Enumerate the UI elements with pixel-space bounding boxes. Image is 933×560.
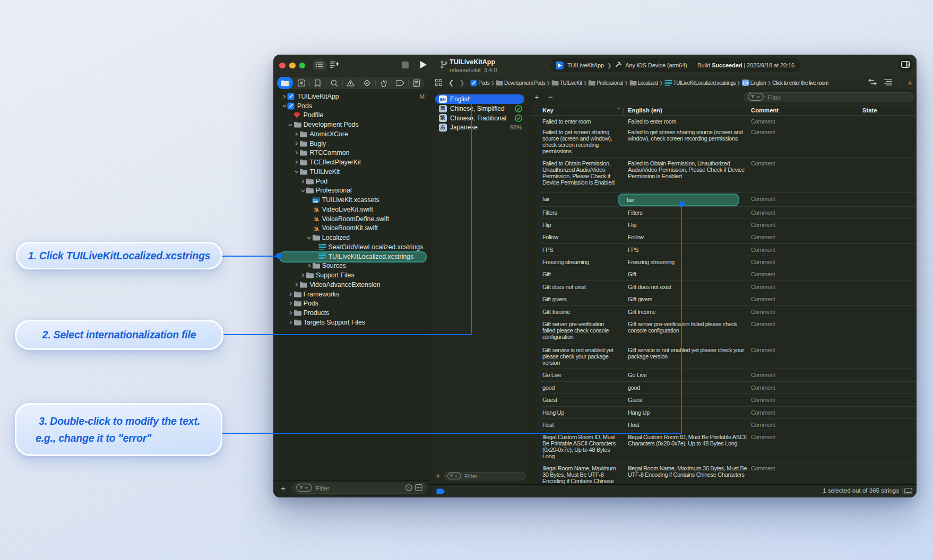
tree-item-localized[interactable]: Localized [273, 233, 430, 242]
tree-item-tuilivekit[interactable]: TUILiveKit [273, 167, 430, 177]
debug-tab[interactable] [375, 77, 392, 89]
destination-label[interactable]: Any iOS Device (arm64) [625, 62, 687, 68]
key-cell[interactable]: Gift Income [542, 309, 617, 315]
comment-cell[interactable]: Comment [751, 284, 775, 290]
key-cell[interactable]: Failed to enter room [542, 118, 617, 125]
value-cell[interactable]: Filters [628, 209, 747, 216]
source-control-tab[interactable] [293, 77, 309, 89]
tree-item-support-files[interactable]: Support Files [273, 270, 430, 280]
comment-cell[interactable]: Comment [751, 259, 775, 265]
tests-tab[interactable] [359, 77, 375, 89]
comment-cell[interactable]: Comment [751, 222, 775, 228]
alignment-lines-icon[interactable] [884, 79, 892, 87]
tree-item-professional[interactable]: Professional [273, 186, 430, 196]
comment-cell[interactable]: Comment [751, 409, 775, 416]
value-cell[interactable]: Freezing streaming [628, 259, 747, 265]
string-row-15[interactable]: Gift service is not enabled yet please c… [530, 344, 917, 370]
inspector-toggle-button[interactable] [898, 58, 913, 73]
key-cell[interactable]: Failed to Obtain Permission, Unauthorize… [542, 160, 617, 186]
tree-item-targets-support-files[interactable]: Targets Support Files [273, 318, 430, 327]
string-row-10[interactable]: GiftGiftComment [530, 268, 917, 281]
breadcrumb-item[interactable]: Pods [470, 80, 489, 86]
key-cell[interactable]: Gift [542, 271, 617, 277]
key-cell[interactable]: Gift givers [542, 296, 617, 302]
minimize-window-button[interactable] [289, 63, 296, 69]
tree-item-frameworks[interactable]: Frameworks [273, 290, 430, 299]
tree-item-bugly[interactable]: Bugly [273, 139, 430, 148]
language-item-chinese-simplified[interactable]: 简Chinese, Simplified [430, 104, 530, 113]
string-row-22[interactable]: Illegal Room Name, Maximum 30 Bytes, Mus… [530, 462, 917, 485]
key-cell[interactable]: Go Live [542, 372, 617, 378]
tree-item-pod[interactable]: Pod [273, 177, 430, 186]
tree-item-pods[interactable]: Pods [273, 299, 430, 309]
breadcrumb-item[interactable]: Development Pods [496, 80, 545, 86]
string-row-18[interactable]: GuestGuestComment [530, 394, 917, 407]
disclosure-down-icon[interactable] [300, 189, 306, 192]
disclosure-right-icon[interactable] [306, 264, 312, 268]
forward-chevron-icon[interactable]: ❯ [460, 79, 465, 86]
disclosure-right-icon[interactable] [293, 151, 299, 155]
comment-cell[interactable]: Comment [751, 309, 775, 315]
value-cell[interactable]: Gift Income [628, 309, 747, 315]
tree-item-rtccommon[interactable]: RTCCommon [273, 148, 430, 158]
comment-cell[interactable]: Comment [751, 247, 775, 253]
filter-tag-icon[interactable] [436, 488, 445, 496]
string-row-1[interactable]: Failed to enter roomFailed to enter room… [530, 116, 917, 126]
column-header-state[interactable]: State [862, 107, 877, 113]
column-header-english[interactable]: English (en) [628, 107, 662, 113]
editor-grid-icon[interactable] [435, 79, 442, 87]
disclosure-right-icon[interactable] [293, 132, 299, 136]
key-cell[interactable]: Illegal Custom Room ID, Must Be Printabl… [542, 434, 617, 459]
comment-cell[interactable]: Comment [751, 321, 775, 327]
source-control-filter-icon[interactable] [415, 484, 422, 492]
value-cell[interactable]: Gift service is not enabled yet please c… [628, 347, 747, 360]
comment-cell[interactable]: Comment [751, 129, 775, 135]
string-row-4[interactable]: fairfairComment [530, 193, 917, 207]
tree-item-development-pods[interactable]: Development Pods [273, 120, 430, 129]
string-row-20[interactable]: HostHostComment [530, 419, 917, 431]
language-item-english[interactable]: ENEnglish [430, 94, 530, 104]
breadcrumb-item[interactable]: TUILiveKit [551, 80, 582, 86]
key-cell[interactable]: Follow [542, 234, 617, 240]
value-cell[interactable]: Gift givers [628, 296, 747, 302]
breakpoints-tab[interactable] [392, 77, 408, 89]
string-row-8[interactable]: FPSFPSComment [530, 244, 917, 256]
comment-cell[interactable]: Comment [751, 384, 775, 391]
tree-item-tuilivekitlocalized-xcstrings[interactable]: TUILiveKitLocalized.xcstrings [273, 252, 430, 261]
string-row-13[interactable]: Gift IncomeGift IncomeComment [530, 306, 917, 319]
comment-cell[interactable]: Comment [751, 434, 775, 440]
tree-item-podfile[interactable]: Podfile [273, 111, 430, 120]
add-language-button[interactable]: + [436, 471, 440, 480]
disclosure-down-icon[interactable] [293, 170, 299, 173]
value-cell[interactable]: Failed to Obtain Permission, Unauthorize… [628, 160, 747, 179]
string-row-6[interactable]: FlipFlipComment [530, 219, 917, 231]
string-row-12[interactable]: Gift giversGift giversComment [530, 293, 917, 306]
tree-item-tceffectplayerkit[interactable]: TCEffectPlayerKit [273, 158, 430, 167]
disclosure-right-icon[interactable] [288, 320, 293, 325]
key-cell[interactable]: Hang Up [542, 409, 617, 416]
string-row-19[interactable]: Hang UpHang UpComment [530, 407, 917, 419]
disclosure-right-icon[interactable] [293, 160, 299, 164]
value-cell[interactable]: good [628, 384, 747, 391]
disclosure-down-icon[interactable] [288, 123, 293, 127]
disclosure-down-icon[interactable] [281, 104, 287, 108]
language-item-chinese-traditional[interactable]: 繁Chinese, Traditional [430, 113, 530, 123]
close-window-button[interactable] [279, 63, 286, 69]
comment-cell[interactable]: Comment [751, 271, 775, 277]
key-cell[interactable]: Gift service is not enabled yet please c… [542, 347, 617, 366]
issues-tab[interactable] [342, 77, 359, 89]
key-cell[interactable]: FPS [542, 247, 617, 253]
comment-cell[interactable]: Comment [751, 372, 775, 378]
key-cell[interactable]: Freezing streaming [542, 259, 617, 265]
table-filter-input[interactable]: Filter [744, 92, 914, 102]
value-cell[interactable]: Hang Up [628, 409, 747, 416]
key-cell[interactable]: Host [542, 422, 617, 428]
navigator-toggle-button[interactable] [313, 60, 326, 70]
comment-cell[interactable]: Comment [751, 196, 775, 202]
run-button[interactable] [419, 62, 427, 70]
add-string-button[interactable]: + [534, 92, 539, 101]
disclosure-right-icon[interactable] [288, 311, 293, 315]
column-header-key[interactable]: Key [542, 107, 554, 113]
string-row-11[interactable]: Gift does not existGift does not existCo… [530, 281, 917, 293]
tree-item-pods[interactable]: Pods [273, 101, 430, 111]
